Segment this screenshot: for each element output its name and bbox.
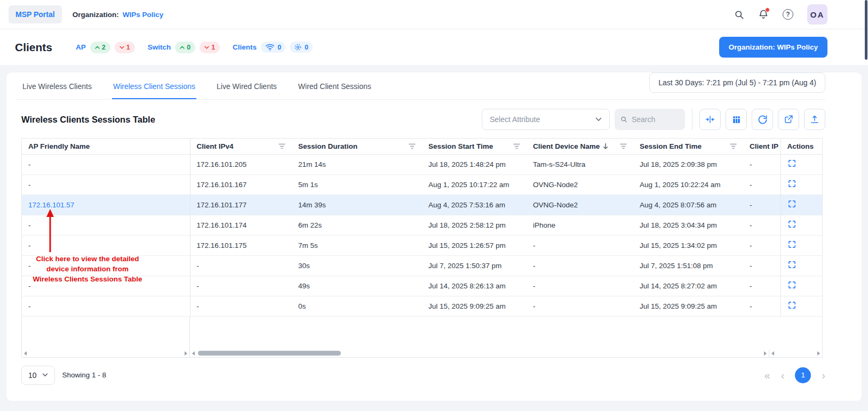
cell: -	[190, 255, 292, 276]
ap-up-badge: 2	[90, 42, 110, 53]
scroll-right-arrow[interactable]	[764, 351, 767, 356]
tab-live-wireless-clients[interactable]: Live Wireless Clients	[21, 72, 93, 99]
column-header-actions[interactable]: Actions	[781, 139, 822, 154]
clients-card: Live Wireless Clients Wireless Client Se…	[6, 72, 862, 401]
column-settings-button[interactable]	[726, 109, 747, 130]
cell: OVNG-Node2	[527, 195, 633, 215]
filter-icon[interactable]	[513, 143, 520, 149]
pagination: « ‹ 1 ›	[765, 367, 825, 383]
table-row[interactable]: -172.16.101.1675m 1sAug 1, 2025 10:17:22…	[22, 174, 822, 195]
column-header-session-end-time[interactable]: Session End Time	[633, 139, 743, 154]
msp-portal-button[interactable]: MSP Portal	[9, 5, 62, 23]
collapse-columns-icon	[705, 115, 715, 124]
notifications-bell-icon[interactable]	[758, 9, 769, 20]
page-scrollbar-thumb[interactable]	[865, 0, 867, 60]
wifi-clients-count: 0	[277, 44, 281, 51]
open-in-new-button[interactable]	[778, 109, 799, 130]
table-row[interactable]: --30sJul 7, 2025 1:50:37 pm-Jul 7, 2025 …	[22, 255, 822, 276]
column-header-ap-friendly-name[interactable]: AP Friendly Name	[22, 139, 190, 154]
stat-clients-label[interactable]: Clients	[233, 43, 257, 51]
table-row[interactable]: 172.16.101.57172.16.101.17714m 39sAug 4,…	[22, 195, 822, 215]
expand-row-icon[interactable]	[787, 260, 797, 269]
table-title: Wireless Clients Sessions Table	[21, 115, 155, 125]
organization-wips-policy-button[interactable]: Organization: WIPs Policy	[719, 37, 827, 58]
table-row[interactable]: -172.16.101.1757m 5sJul 15, 2025 1:26:57…	[22, 235, 822, 255]
column-label: Actions	[787, 142, 814, 150]
cell: Jul 18, 2025 2:58:12 pm	[422, 215, 527, 235]
cell: Jul 14, 2025 8:26:13 am	[422, 276, 527, 296]
table-toolbar: Wireless Clients Sessions Table Select A…	[21, 100, 825, 138]
actions-cell	[781, 174, 822, 195]
previous-page-button[interactable]: ‹	[781, 370, 785, 381]
tab-wired-client-sessions[interactable]: Wired Client Sessions	[297, 72, 372, 99]
export-button[interactable]	[804, 109, 825, 130]
expand-row-icon[interactable]	[787, 159, 797, 168]
scroll-right-arrow[interactable]	[185, 351, 187, 356]
chevron-down-icon	[120, 46, 124, 49]
stat-switch: Switch 0 1	[148, 42, 220, 53]
table-row[interactable]: --0sJul 15, 2025 9:09:25 am-Jul 15, 2025…	[22, 296, 822, 316]
column-header-session-duration[interactable]: Session Duration	[292, 139, 422, 154]
table-empty-area	[22, 317, 822, 350]
avatar[interactable]: OA	[807, 4, 827, 25]
help-icon[interactable]: ?	[783, 9, 793, 20]
cell: 5m 1s	[292, 174, 422, 195]
page-size-select[interactable]: 10	[21, 366, 55, 385]
table-row[interactable]: --49sJul 14, 2025 8:26:13 am-Jul 14, 202…	[22, 276, 822, 296]
tab-live-wired-clients[interactable]: Live Wired Clients	[216, 72, 278, 99]
column-header-session-start-time[interactable]: Session Start Time	[422, 139, 527, 154]
switch-down-count: 1	[211, 44, 215, 51]
device-stats: AP 2 1 Switch 0 1	[76, 42, 313, 53]
column-header-client-device-name[interactable]: Client Device Name	[527, 139, 633, 154]
scroll-right-arrow[interactable]	[817, 351, 820, 356]
scroll-left-arrow[interactable]	[771, 351, 774, 356]
organization-link[interactable]: WIPs Policy	[123, 11, 164, 19]
current-page-button[interactable]: 1	[795, 367, 811, 383]
tab-wireless-client-sessions[interactable]: Wireless Client Sessions	[112, 72, 196, 99]
scroll-left-arrow[interactable]	[192, 351, 195, 356]
search-input[interactable]	[632, 115, 679, 124]
sort-desc-icon[interactable]	[603, 143, 608, 149]
page-size-value: 10	[28, 371, 37, 380]
expand-row-icon[interactable]	[787, 301, 797, 310]
cell: Jul 15, 2025 1:34:02 pm	[633, 235, 743, 255]
stat-ap-label[interactable]: AP	[76, 43, 86, 51]
cell: 0s	[292, 296, 422, 316]
first-page-button[interactable]: «	[765, 370, 770, 381]
cell: 172.16.101.174	[190, 215, 292, 235]
expand-row-icon[interactable]	[787, 199, 797, 208]
date-range-picker[interactable]: Last 30 Days: 7:21 pm (Jul 5) - 7:21 pm …	[649, 72, 825, 93]
organization-breadcrumb: Organization: WIPs Policy	[73, 11, 164, 19]
ap-up-count: 2	[102, 44, 106, 51]
topbar: MSP Portal Organization: WIPs Policy ? O…	[0, 0, 868, 29]
cell: 49s	[292, 276, 422, 296]
cell: -	[22, 235, 190, 255]
column-header-client-ipv4[interactable]: Client IPv4	[190, 139, 292, 154]
table-row[interactable]: -172.16.101.1746m 22sJul 18, 2025 2:58:1…	[22, 215, 822, 235]
filter-icon[interactable]	[409, 143, 416, 149]
scroll-left-arrow[interactable]	[24, 351, 27, 356]
refresh-button[interactable]	[752, 109, 773, 130]
expand-row-icon[interactable]	[787, 280, 797, 289]
scrollbar-thumb[interactable]	[198, 351, 341, 356]
ap-friendly-name-link[interactable]: 172.16.101.57	[28, 201, 74, 209]
actions-cell	[781, 215, 822, 235]
expand-row-icon[interactable]	[787, 220, 797, 229]
expand-row-icon[interactable]	[787, 179, 797, 188]
search-icon[interactable]	[734, 10, 744, 20]
expand-row-icon[interactable]	[787, 240, 797, 249]
column-header-client-ip[interactable]: Client IP	[743, 139, 781, 154]
cell: Tam-s-S24-Ultra	[527, 154, 633, 174]
next-page-button[interactable]: ›	[822, 370, 825, 381]
cell: Jul 18, 2025 2:09:38 pm	[633, 154, 743, 174]
cell: Aug 4, 2025 8:07:56 am	[633, 195, 743, 215]
filter-icon[interactable]	[278, 143, 285, 149]
stat-switch-label[interactable]: Switch	[148, 43, 171, 51]
select-attribute-dropdown[interactable]: Select Attribute	[482, 109, 610, 130]
collapse-columns-button[interactable]	[699, 109, 721, 130]
cell: 7m 5s	[292, 235, 422, 255]
filter-icon[interactable]	[730, 143, 737, 149]
filter-icon[interactable]	[620, 143, 627, 149]
table-row[interactable]: -172.16.101.20521m 14sJul 18, 2025 1:48:…	[22, 154, 822, 174]
cell: Aug 4, 2025 7:53:16 am	[422, 195, 527, 215]
